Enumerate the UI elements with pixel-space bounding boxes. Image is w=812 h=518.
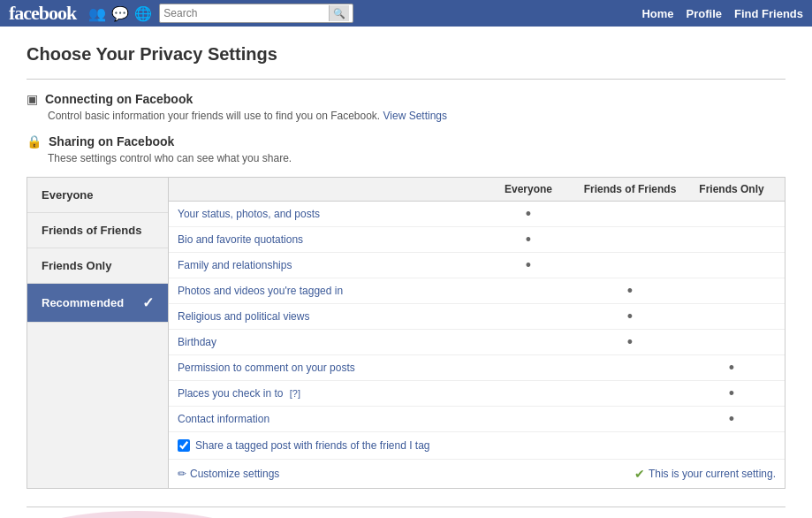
table-row: Birthday • <box>169 330 785 355</box>
sharing-icon: 🔒 <box>27 134 42 149</box>
table-row: Contact information • <box>169 407 785 432</box>
facebook-logo: facebook <box>9 2 76 25</box>
search-box[interactable]: 🔍 <box>159 4 353 23</box>
dot-fo: • <box>687 360 776 376</box>
divider-1 <box>27 79 785 80</box>
nav-find-friends[interactable]: Find Friends <box>734 7 803 20</box>
privacy-options-list: Everyone Friends of Friends Friends Only… <box>27 178 169 488</box>
privacy-option-everyone[interactable]: Everyone <box>27 178 168 213</box>
globe-icon[interactable]: 🌐 <box>134 5 152 22</box>
main-content: Choose Your Privacy Settings ▣ Connectin… <box>0 27 812 518</box>
dot-everyone: • <box>484 257 573 273</box>
dot-fof: • <box>573 334 687 350</box>
tagged-post-checkbox-row: Share a tagged post with friends of the … <box>169 432 785 460</box>
dot-fof: • <box>573 283 687 299</box>
row-label: Bio and favorite quotations <box>178 233 484 246</box>
table-row: Bio and favorite quotations • <box>169 227 785 253</box>
privacy-settings-table: Everyone Friends of Friends Friends Only… <box>169 178 785 488</box>
col-header-everyone: Everyone <box>484 183 573 195</box>
tagged-post-label[interactable]: Share a tagged post with friends of the … <box>195 439 430 452</box>
connecting-desc: Control basic information your friends w… <box>48 110 785 122</box>
col-header-fo: Friends Only <box>687 183 776 195</box>
row-label: Family and relationships <box>178 259 484 271</box>
table-row: Permission to comment on your posts • <box>169 355 785 381</box>
row-label: Places you check in to [?] <box>178 387 484 400</box>
dot-fo: • <box>687 411 776 427</box>
sharing-heading: Sharing on Facebook <box>49 134 174 149</box>
messages-icon[interactable]: 💬 <box>111 5 129 22</box>
row-label: Permission to comment on your posts <box>178 362 484 374</box>
col-header-empty <box>178 183 484 195</box>
current-setting-label: This is your current setting. <box>649 468 776 480</box>
privacy-table-container: Everyone Friends of Friends Friends Only… <box>27 177 785 489</box>
table-row: Photos and videos you're tagged in • <box>169 278 785 304</box>
view-settings-link[interactable]: View Settings <box>383 110 448 122</box>
top-navigation: facebook 👥 💬 🌐 🔍 Home Profile Find Frien… <box>0 0 812 27</box>
row-label: Photos and videos you're tagged in <box>178 285 484 297</box>
nav-profile[interactable]: Profile <box>687 7 722 20</box>
dot-everyone: • <box>484 206 573 222</box>
connecting-icon: ▣ <box>27 92 38 106</box>
page-title: Choose Your Privacy Settings <box>27 44 785 65</box>
row-label: Your status, photos, and posts <box>178 208 484 220</box>
privacy-option-fof[interactable]: Friends of Friends <box>27 213 168 248</box>
pencil-icon: ✏ <box>178 468 186 480</box>
search-input[interactable] <box>163 7 329 19</box>
dot-fo: • <box>687 385 776 401</box>
search-button[interactable]: 🔍 <box>329 5 349 21</box>
privacy-option-recommended[interactable]: Recommended ✓ <box>27 284 168 323</box>
current-setting: ✔ This is your current setting. <box>634 467 776 481</box>
table-row: Religious and political views • <box>169 304 785 330</box>
recommended-check-icon: ✓ <box>142 294 154 311</box>
help-icon[interactable]: [?] <box>290 388 300 399</box>
customize-settings-link[interactable]: ✏ Customize settings <box>178 468 279 480</box>
nav-home[interactable]: Home <box>641 7 673 20</box>
connecting-heading: Connecting on Facebook <box>45 92 193 106</box>
table-footer: ✏ Customize settings ✔ This is your curr… <box>169 460 785 488</box>
dot-fof: • <box>573 309 687 324</box>
row-label: Religious and political views <box>178 310 484 323</box>
divider-2 <box>27 507 785 507</box>
dot-everyone: • <box>484 232 573 248</box>
nav-icons: 👥 💬 🌐 <box>88 5 152 22</box>
row-label: Contact information <box>178 413 484 425</box>
sharing-desc: These settings control who can see what … <box>48 152 785 164</box>
table-header: Everyone Friends of Friends Friends Only <box>169 178 785 202</box>
check-green-icon: ✔ <box>634 467 645 481</box>
col-header-fof: Friends of Friends <box>573 183 687 195</box>
connecting-section-header: ▣ Connecting on Facebook <box>27 92 785 106</box>
friends-icon[interactable]: 👥 <box>88 5 106 22</box>
row-label: Birthday <box>178 336 484 348</box>
privacy-option-friends-only[interactable]: Friends Only <box>27 248 168 284</box>
sharing-section-header: 🔒 Sharing on Facebook <box>27 134 785 149</box>
nav-links: Home Profile Find Friends <box>641 7 803 20</box>
tagged-post-checkbox[interactable] <box>178 439 190 452</box>
customize-label: Customize settings <box>190 468 279 480</box>
table-row: Family and relationships • <box>169 253 785 278</box>
table-row: Your status, photos, and posts • <box>169 202 785 227</box>
table-row: Places you check in to [?] • <box>169 381 785 407</box>
